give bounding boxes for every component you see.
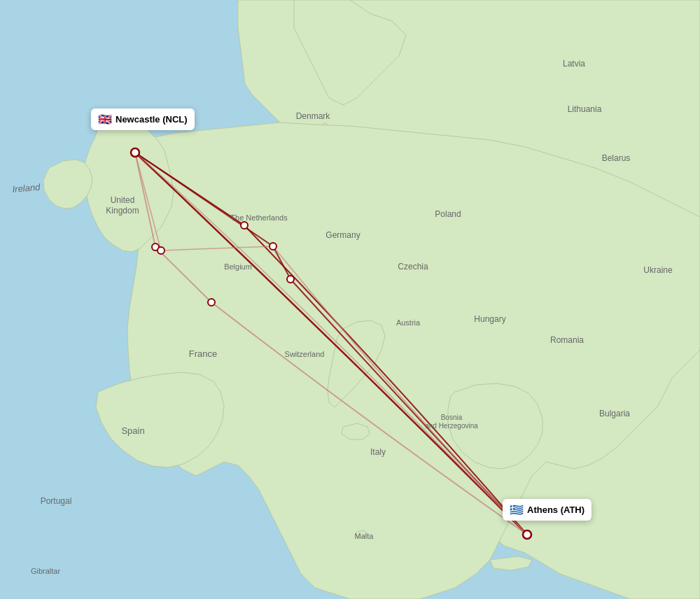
bosnia-label: Bosnia [441, 414, 463, 421]
germany-label: Germany [326, 230, 360, 240]
france-label: France [189, 348, 217, 359]
switzerland-label: Switzerland [285, 350, 325, 358]
gibraltar-label: Gibraltar [31, 567, 61, 575]
austria-label: Austria [396, 318, 421, 327]
czechia-label: Czechia [398, 262, 428, 272]
belarus-label: Belarus [602, 153, 631, 163]
romania-label: Romania [550, 335, 584, 345]
map-svg: Ireland United Kingdom Denmark The Nethe… [0, 0, 700, 599]
bulgaria-label: Bulgaria [599, 409, 630, 418]
portugal-label: Portugal [41, 496, 72, 506]
lithuania-label: Lithuania [568, 104, 602, 114]
svg-point-8 [523, 530, 531, 539]
hungary-label: Hungary [474, 314, 505, 324]
italy-label: Italy [370, 447, 386, 457]
denmark-label: Denmark [296, 111, 331, 121]
map-container: Ireland United Kingdom Denmark The Nethe… [0, 0, 700, 599]
svg-point-1 [241, 222, 248, 229]
spain-label: Spain [121, 425, 144, 436]
svg-point-3 [287, 276, 294, 283]
svg-point-7 [131, 148, 139, 157]
svg-text:Kingdom: Kingdom [106, 206, 139, 216]
netherlands-label: The Netherlands [230, 213, 288, 222]
poland-label: Poland [435, 209, 461, 219]
svg-point-2 [270, 243, 276, 250]
malta-label: Malta [355, 532, 374, 540]
latvia-label: Latvia [563, 59, 585, 69]
svg-point-4 [208, 299, 215, 306]
ukraine-label: Ukraine [643, 265, 673, 275]
svg-text:and Herzegovina: and Herzegovina [425, 422, 478, 430]
uk-label: United [111, 195, 135, 205]
svg-point-6 [158, 247, 164, 254]
belgium-label: Belgium [224, 262, 252, 271]
